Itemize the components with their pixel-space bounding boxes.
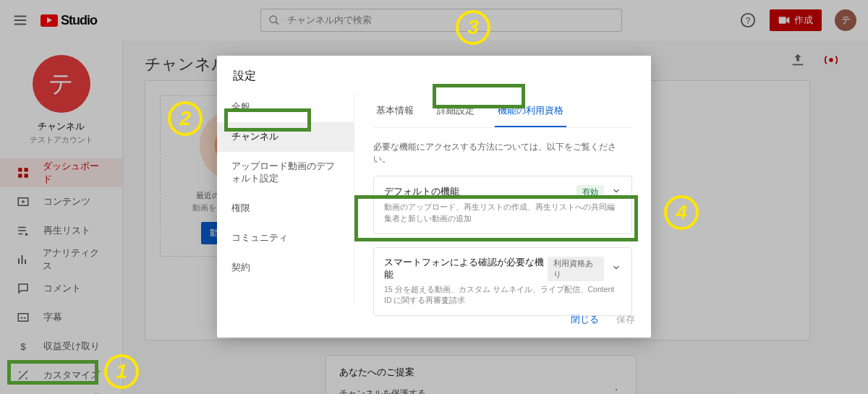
dlg-side-agreements[interactable]: 契約 <box>217 253 354 283</box>
dialog-sidebar: 全般 チャンネル アップロード動画のデフォルト設定 権限 コミュニティ 契約 <box>217 93 354 306</box>
dlg-side-permissions[interactable]: 権限 <box>217 194 354 223</box>
settings-dialog: 設定 全般 チャンネル アップロード動画のデフォルト設定 権限 コミュニティ 契… <box>217 56 651 338</box>
dlg-side-general[interactable]: 全般 <box>217 93 354 122</box>
dialog-hint: 必要な機能にアクセスする方法については、以下をご覧ください。 <box>373 141 632 166</box>
dlg-side-upload-defaults[interactable]: アップロード動画のデフォルト設定 <box>217 152 354 194</box>
status-badge-eligible: 利用資格あり <box>548 257 604 281</box>
dialog-title: 設定 <box>217 56 651 93</box>
dialog-main: 基本情報 詳細設定 機能の利用資格 必要な機能にアクセスする方法については、以下… <box>354 93 651 306</box>
feature-default[interactable]: デフォルトの機能 有効 動画のアップロード、再生リストの作成、再生リストへの共同… <box>373 176 632 234</box>
feature-phone-verified[interactable]: スマートフォンによる確認が必要な機能 利用資格あり 15 分を超える動画、カスタ… <box>373 247 632 317</box>
tab-advanced[interactable]: 詳細設定 <box>434 104 477 127</box>
status-badge-enabled: 有効 <box>576 185 604 199</box>
dlg-side-community[interactable]: コミュニティ <box>217 223 354 253</box>
chevron-down-icon[interactable] <box>611 186 621 199</box>
chevron-down-icon[interactable] <box>611 262 621 275</box>
dialog-tabs: 基本情報 詳細設定 機能の利用資格 <box>373 104 632 128</box>
tab-basic[interactable]: 基本情報 <box>373 104 417 127</box>
dlg-side-channel[interactable]: チャンネル <box>217 122 354 152</box>
tab-feature-eligibility[interactable]: 機能の利用資格 <box>495 104 566 127</box>
